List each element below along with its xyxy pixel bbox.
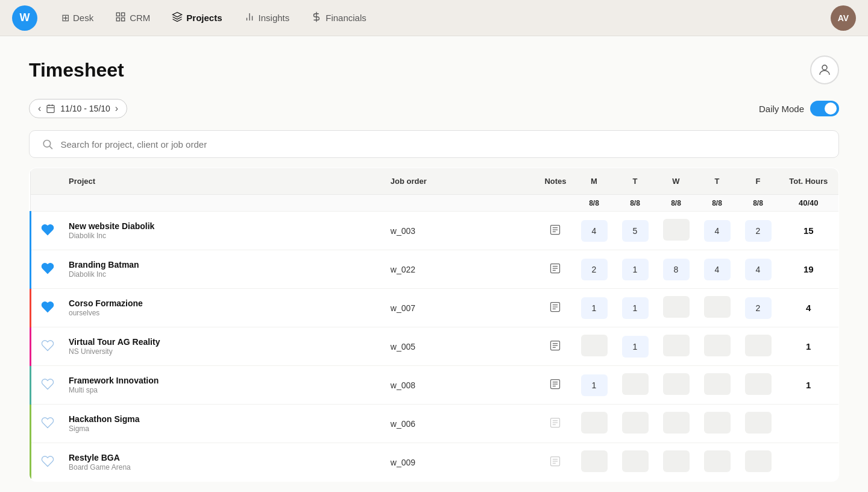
day-cell-f[interactable]: 2: [738, 212, 779, 250]
notes-cell[interactable]: [537, 327, 573, 366]
job-order-cell: w_003: [383, 212, 538, 250]
day-cell-th[interactable]: 4: [697, 250, 738, 289]
day-cell-f[interactable]: [738, 366, 779, 405]
day-cell-m[interactable]: [574, 405, 615, 443]
notes-cell[interactable]: [537, 405, 573, 443]
day-cell-t[interactable]: [615, 366, 656, 405]
day-cell-t[interactable]: [615, 443, 656, 482]
day-cell-th[interactable]: 4: [697, 212, 738, 250]
favorite-cell[interactable]: [34, 327, 61, 366]
job-order-cell: w_006: [383, 405, 538, 443]
notes-cell[interactable]: [537, 443, 573, 482]
day-cell-f[interactable]: 4: [738, 250, 779, 289]
table-hours-summary-row: 8/8 8/8 8/8 8/8 8/8 40/40: [30, 195, 839, 212]
project-cell: Corso Formazione ourselves: [61, 289, 383, 327]
total-cell: 1: [779, 366, 839, 405]
day-cell-m[interactable]: [574, 443, 615, 482]
day-cell-f[interactable]: [738, 405, 779, 443]
favorite-cell[interactable]: [34, 212, 61, 250]
total-cell: 1: [779, 327, 839, 366]
favorite-cell[interactable]: [34, 366, 61, 405]
project-col-header: Project: [61, 168, 383, 195]
job-order-cell: w_007: [383, 289, 538, 327]
user-avatar[interactable]: AV: [831, 5, 856, 31]
day-cell-f[interactable]: [738, 443, 779, 482]
notes-cell[interactable]: [537, 250, 573, 289]
navbar: W ⊞ Desk CRM Projects Insights: [0, 0, 868, 36]
day-cell-th[interactable]: [697, 405, 738, 443]
total-cell: 4: [779, 289, 839, 327]
notes-cell[interactable]: [537, 366, 573, 405]
day-cell-m[interactable]: 1: [574, 289, 615, 327]
nav-desk[interactable]: ⊞ Desk: [52, 7, 103, 28]
prev-date-button[interactable]: ‹: [38, 103, 41, 114]
day-cell-t[interactable]: 5: [615, 212, 656, 250]
total-col-header: Tot. Hours: [779, 168, 839, 195]
day-cell-t[interactable]: [615, 405, 656, 443]
table-header-row: Project Job order Notes M T W T F Tot. H…: [30, 168, 839, 195]
day-cell-th[interactable]: [697, 366, 738, 405]
day-cell-w[interactable]: [656, 289, 697, 327]
day-cell-m[interactable]: 2: [574, 250, 615, 289]
t1-col-header: T: [615, 168, 656, 195]
nav-crm[interactable]: CRM: [105, 7, 160, 30]
nav-projects[interactable]: Projects: [162, 7, 231, 30]
table-row: Branding Batman Diabolik Inc w_022 2 1 8…: [30, 250, 839, 289]
day-cell-t[interactable]: 1: [615, 289, 656, 327]
page-title: Timesheet: [29, 59, 124, 81]
day-cell-w[interactable]: [656, 443, 697, 482]
search-icon: [42, 138, 54, 150]
project-cell: New website Diabolik Diabolik Inc: [61, 212, 383, 250]
favorite-cell[interactable]: [34, 250, 61, 289]
table-row: Framework Innovation Multi spa w_008 1 1: [30, 366, 839, 405]
nav-insights[interactable]: Insights: [234, 7, 300, 30]
search-input[interactable]: [61, 139, 826, 150]
project-cell: Framework Innovation Multi spa: [61, 366, 383, 405]
date-range-label: 11/10 - 15/10: [60, 104, 110, 113]
favorite-cell[interactable]: [34, 289, 61, 327]
day-cell-w[interactable]: [656, 212, 697, 250]
table-row: Restyle BGA Board Game Arena w_009: [30, 443, 839, 482]
day-cell-m[interactable]: 4: [574, 212, 615, 250]
nav-items: ⊞ Desk CRM Projects Insights Financial: [52, 7, 826, 30]
day-cell-t[interactable]: 1: [615, 250, 656, 289]
day-cell-th[interactable]: [697, 327, 738, 366]
svg-rect-0: [116, 13, 119, 16]
day-cell-w[interactable]: 8: [656, 250, 697, 289]
svg-point-9: [822, 65, 827, 70]
day-cell-th[interactable]: [697, 289, 738, 327]
nav-financials[interactable]: Financials: [301, 7, 376, 30]
user-button[interactable]: [810, 55, 839, 84]
daily-mode-control: Daily Mode: [759, 101, 839, 116]
t1-hours-summary: 8/8: [615, 195, 656, 212]
svg-rect-1: [122, 13, 125, 16]
favorite-cell[interactable]: [34, 405, 61, 443]
day-cell-w[interactable]: [656, 366, 697, 405]
day-cell-th[interactable]: [697, 443, 738, 482]
f-hours-summary: 8/8: [738, 195, 779, 212]
date-range-nav[interactable]: ‹ 11/10 - 15/10 ›: [29, 99, 127, 118]
m-hours-summary: 8/8: [574, 195, 615, 212]
user-icon: [817, 63, 832, 77]
notes-cell[interactable]: [537, 289, 573, 327]
day-cell-f[interactable]: 2: [738, 289, 779, 327]
m-col-header: M: [574, 168, 615, 195]
favorite-cell[interactable]: [34, 443, 61, 482]
daily-mode-toggle[interactable]: [810, 101, 839, 116]
insights-icon: [244, 11, 255, 25]
day-cell-w[interactable]: [656, 327, 697, 366]
financials-icon: [311, 11, 322, 25]
desk-icon: ⊞: [61, 12, 69, 24]
day-cell-w[interactable]: [656, 405, 697, 443]
svg-rect-3: [122, 17, 125, 20]
day-cell-m[interactable]: 1: [574, 366, 615, 405]
job-order-cell: w_008: [383, 366, 538, 405]
notes-cell[interactable]: [537, 212, 573, 250]
day-cell-m[interactable]: [574, 327, 615, 366]
day-cell-t[interactable]: 1: [615, 327, 656, 366]
crm-icon: [115, 11, 126, 25]
day-cell-f[interactable]: [738, 327, 779, 366]
table-row: Virtual Tour AG Reality NS University w_…: [30, 327, 839, 366]
next-date-button[interactable]: ›: [115, 103, 118, 114]
app-logo[interactable]: W: [12, 5, 37, 31]
